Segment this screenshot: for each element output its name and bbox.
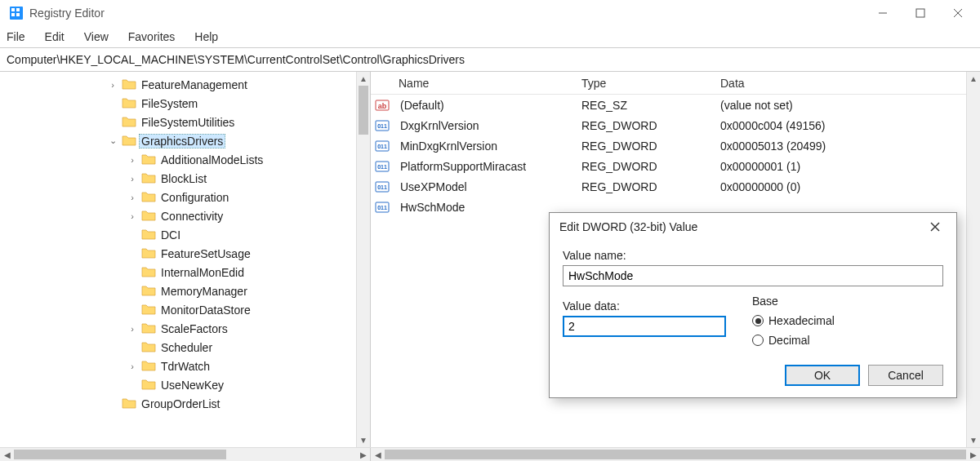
list-row[interactable]: 011PlatformSupportMiracastREG_DWORD0x000… [371,156,980,176]
folder-icon [141,172,156,185]
list-vscrollbar[interactable]: ▲ ▼ [966,72,980,447]
column-data[interactable]: Data [714,77,980,90]
cancel-button[interactable]: Cancel [868,365,943,386]
scroll-left-icon[interactable]: ◀ [371,448,385,462]
valuedata-input[interactable] [563,316,726,337]
expand-icon[interactable]: ⌄ [106,135,119,146]
tree-item[interactable]: ›BlockList [0,169,356,188]
dword-value-icon: 011 [374,200,390,215]
value-name: (Default) [394,99,575,112]
column-type[interactable]: Type [575,77,714,90]
tree-item[interactable]: Scheduler [0,338,356,357]
scroll-left-icon[interactable]: ◀ [0,448,14,462]
scroll-up-icon[interactable]: ▲ [357,72,370,86]
tree-vscrollbar[interactable]: ▲ ▼ [356,72,370,447]
list-row[interactable]: 011UseXPModelREG_DWORD0x00000000 (0) [371,176,980,197]
scroll-thumb[interactable] [359,86,368,135]
folder-icon [141,266,156,279]
dword-value-icon: 011 [374,118,390,133]
tree-item[interactable]: DCI [0,225,356,244]
list-row[interactable]: 011MinDxgKrnlVersionREG_DWORD0x00005013 … [371,135,980,156]
menu-edit[interactable]: Edit [42,29,68,45]
value-type: REG_DWORD [575,119,714,132]
scroll-thumb[interactable] [385,450,966,459]
tree-item[interactable]: ›FeatureManagement [0,75,356,94]
menu-view[interactable]: View [81,29,112,45]
folder-icon [141,210,156,223]
svg-rect-2 [16,8,20,11]
tree-item-label: InternalMonEdid [158,265,247,280]
value-data: 0x0000c004 (49156) [714,119,980,132]
radio-icon [752,315,764,326]
tree-item[interactable]: ›Connectivity [0,206,356,225]
valuename-input[interactable] [563,265,943,286]
expand-icon[interactable]: › [126,174,139,184]
tree-item-label: AdditionalModeLists [158,153,265,167]
tree-item[interactable]: UseNewKey [0,375,356,394]
tree-item-label: FeatureSetUsage [158,246,253,261]
expand-icon[interactable]: › [126,361,139,371]
list-row[interactable]: ab(Default)REG_SZ(value not set) [371,95,980,115]
valuedata-label: Value data: [563,299,726,313]
tree-item[interactable]: ›TdrWatch [0,357,356,375]
address-input[interactable] [5,52,975,67]
tree-item[interactable]: ›Configuration [0,188,356,206]
value-data: 0x00000001 (1) [714,160,980,173]
folder-icon [141,379,156,392]
value-type: REG_DWORD [575,140,714,153]
minimize-button[interactable] [864,0,902,26]
ok-button[interactable]: OK [785,365,860,386]
tree-item-label: FeatureManagement [139,78,250,92]
base-label: Base [752,295,943,308]
expand-icon[interactable]: › [126,211,139,221]
tree-item-label: BlockList [158,171,209,186]
list-hscrollbar[interactable]: ◀ ▶ [371,448,980,461]
tree-hscrollbar[interactable]: ◀ ▶ [0,448,371,461]
value-data: (value not set) [714,99,980,112]
scroll-right-icon[interactable]: ▶ [356,448,370,462]
svg-text:011: 011 [377,144,387,149]
close-button[interactable] [939,0,977,26]
radio-decimal[interactable]: Decimal [752,330,943,350]
window-title: Registry Editor [29,7,105,20]
scroll-thumb[interactable] [14,450,226,459]
scroll-up-icon[interactable]: ▲ [967,72,980,86]
tree-item[interactable]: GroupOrderList [0,394,356,413]
tree-item[interactable]: FeatureSetUsage [0,244,356,263]
svg-text:011: 011 [377,164,387,170]
menu-file[interactable]: File [3,29,29,45]
tree-item[interactable]: FileSystemUtilities [0,113,356,131]
value-data: 0x00005013 (20499) [714,140,980,153]
folder-icon [141,228,156,242]
value-name: DxgKrnlVersion [394,119,575,132]
maximize-button[interactable] [902,0,939,26]
value-name: HwSchMode [394,201,575,214]
tree-item[interactable]: ⌄GraphicsDrivers [0,131,356,150]
tree-item[interactable]: MemoryManager [0,281,356,300]
expand-icon[interactable]: › [106,80,119,90]
list-row[interactable]: 011DxgKrnlVersionREG_DWORD0x0000c004 (49… [371,115,980,135]
expand-icon[interactable]: › [126,324,139,334]
menu-favorites[interactable]: Favorites [125,29,179,45]
radio-hexadecimal[interactable]: Hexadecimal [752,311,943,330]
tree-item[interactable]: ›ScaleFactors [0,319,356,338]
expand-icon[interactable]: › [126,155,139,165]
column-name[interactable]: Name [371,77,575,90]
tree-item[interactable]: FileSystem [0,94,356,113]
scroll-down-icon[interactable]: ▼ [357,433,370,447]
menu-help[interactable]: Help [191,29,221,45]
tree-item[interactable]: MonitorDataStore [0,300,356,319]
folder-icon [141,360,156,373]
scroll-down-icon[interactable]: ▼ [967,433,980,447]
folder-icon [141,191,156,204]
scroll-right-icon[interactable]: ▶ [966,448,980,462]
folder-icon [141,285,156,298]
tree-item-label: MemoryManager [158,284,250,299]
dialog-close-button[interactable] [924,215,947,238]
svg-rect-6 [916,9,924,17]
tree-item[interactable]: InternalMonEdid [0,263,356,281]
dword-value-icon: 011 [374,159,390,174]
tree-item[interactable]: ›AdditionalModeLists [0,150,356,169]
tree-item-label: Connectivity [158,209,225,224]
expand-icon[interactable]: › [126,193,139,202]
